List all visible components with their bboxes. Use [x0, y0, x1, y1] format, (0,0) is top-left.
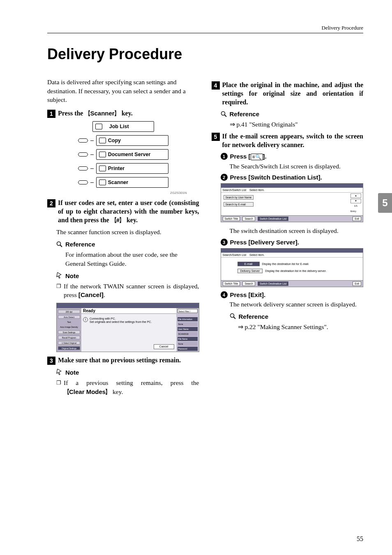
led-icon: [78, 138, 88, 143]
note-2-pre: If a previous setting remains, press the: [64, 379, 199, 386]
entry-label: Entry: [350, 210, 361, 214]
switch-title-button: Switch Title: [223, 216, 240, 221]
chip: Recall Program: [58, 336, 80, 339]
search-button: Search: [242, 216, 255, 221]
note-1-row: ❐ If the network TWAIN scanner screen is…: [56, 282, 199, 299]
header-rule: [47, 33, 363, 33]
reference-icon: [221, 111, 227, 117]
substep-a-pre: Press [: [230, 153, 251, 160]
bullet-icon: ❐: [56, 283, 61, 299]
substep-c: 3 Press [Delivery Server].: [221, 239, 364, 246]
list-search-icon: ≡🔍: [251, 154, 263, 160]
step-3: 3 Make sure that no previous settings re…: [47, 356, 199, 365]
dash-icon: [90, 154, 94, 155]
info-icon: i: [83, 317, 88, 322]
substep-a-body: The Search/Switch List screen is display…: [230, 162, 364, 171]
center-line-1: Connecting with PC.: [90, 317, 152, 320]
step-5-text: If the e-mail screen appears, switch to …: [222, 132, 364, 150]
substep-number-2: 2: [221, 174, 228, 181]
step-number-4: 4: [212, 81, 220, 90]
ss3-email-row: E-mail Display the destination list for …: [238, 262, 327, 266]
rchip: None: [178, 322, 198, 326]
note-icon: [56, 369, 63, 375]
step-4: 4 Place the original in the machine, and…: [212, 81, 364, 106]
note-2-text: If a previous setting remains, press the…: [64, 378, 199, 396]
scanner-key-btn: Scanner: [96, 177, 168, 188]
step-2-body: The scanner function screen is displayed…: [56, 228, 199, 237]
screenshot-left-col: 200 dpi Auto Detect Text Auto Image Dens…: [57, 308, 81, 352]
chip: Text: [58, 320, 80, 324]
clear-modes-key: Clear Modes: [64, 387, 111, 396]
svg-point-4: [230, 314, 234, 318]
svg-line-5: [233, 317, 235, 319]
copy-key: Copy: [96, 135, 168, 146]
switch-destination-list-button: Switch Destination List: [258, 216, 288, 221]
key-row-scanner: Scanner: [78, 177, 168, 188]
ss3-bottom-bar: Switch Title Search Switch Destination L…: [221, 280, 363, 287]
printer-key: Printer: [96, 163, 168, 174]
chip: Scan Settings: [58, 330, 80, 334]
substep-d-text: Press [Exit].: [230, 291, 364, 298]
note-2-post: key.: [111, 388, 123, 395]
cancel-softkey: [Cancel]: [78, 291, 104, 298]
reference-label: Reference: [239, 313, 269, 320]
switch-destination-list-button: Switch Destination List: [258, 281, 288, 286]
note-label: Note: [65, 369, 79, 376]
reference-heading-1: Reference: [56, 241, 199, 248]
screenshot-row1: Search/Switch List Select item.: [221, 253, 363, 258]
note-label: Note: [65, 272, 79, 279]
figure-caption-1: ZGZS301N: [47, 191, 187, 195]
switch-list-screenshot-2: Search/Switch List Select item. E-mail D…: [221, 248, 364, 287]
center-line-2: Set originals and select the settings fr…: [90, 320, 152, 324]
reference-label: Reference: [65, 241, 95, 248]
dash-icon: [90, 140, 94, 141]
exit-button: Exit: [353, 216, 361, 221]
substep-d-pre: Press: [230, 291, 249, 298]
scanner-key: Scanner: [85, 109, 120, 117]
substep-number-3: 3: [221, 239, 228, 246]
exit-softkey: [Exit].: [249, 291, 266, 298]
substep-a: 1 Press [≡🔍].: [221, 153, 364, 160]
right-column: 4 Place the original in the machine, and…: [212, 78, 364, 399]
reference-2-body: ⇒ p.41 "Setting Originals": [230, 120, 364, 129]
ss3-center: E-mail Display the destination list for …: [238, 262, 327, 273]
twain-screenshot: Ready 200 dpi Auto Detect Text Auto Imag…: [56, 303, 199, 352]
chip: 1 Sided Original: [58, 341, 80, 345]
chip: 200 dpi: [58, 310, 80, 313]
substep-a-post: ].: [263, 153, 267, 160]
reference-3-body: ⇒ p.22 "Making Scanner Settings".: [238, 322, 364, 332]
led-icon: [78, 180, 88, 184]
page-title: Delivery Procedure: [47, 46, 363, 63]
step-number-5: 5: [212, 133, 220, 141]
screenshot-right-col: Select Files / Manage File Information N…: [176, 308, 199, 352]
chip: Auto Image Density: [58, 325, 80, 329]
hash-key: #: [111, 216, 125, 224]
document-server-key: Document Server: [96, 149, 168, 160]
step-3-text: Make sure that no previous settings rema…: [58, 356, 199, 365]
step-4-text: Place the original in the machine, and a…: [222, 81, 364, 106]
page-number: 55: [357, 535, 363, 543]
cancel-button: Cancel: [154, 344, 174, 349]
step-number-1: 1: [47, 110, 55, 118]
note-1-post: .: [104, 291, 105, 298]
scroll-down-icon: ▼: [350, 199, 361, 203]
step-1-post: key.: [120, 110, 133, 117]
key-row-printer: Printer: [78, 163, 168, 174]
led-icon: [78, 152, 88, 157]
rchip: SCAN0018: [178, 332, 198, 336]
substep-c-text: Press [Delivery Server].: [230, 239, 364, 246]
step-2-post: key.: [125, 216, 138, 223]
ss3-delivery-row: Delivery Server Display the destination …: [238, 269, 327, 273]
screenshot-row1: Search/Switch List Select item.: [221, 188, 363, 193]
key-row-copy: Copy: [78, 135, 168, 146]
search-by-email-button: Search by E-mail: [224, 202, 254, 207]
note-heading-2: Note: [56, 369, 199, 376]
svg-point-2: [221, 111, 225, 115]
rchip: User Name: [178, 327, 198, 331]
device-keys-figure: Job List Copy Document Server Printer Sc: [78, 121, 168, 188]
chip: Auto Detect: [58, 315, 80, 319]
switch-list-screenshot-1: Search/Switch List Select item. Search b…: [221, 183, 364, 222]
switch-dest-list-softkey: [Switch Destination List].: [249, 174, 322, 181]
chapter-tab: 5: [378, 193, 392, 213]
header-breadcrumb: Delivery Procedure: [47, 25, 363, 31]
